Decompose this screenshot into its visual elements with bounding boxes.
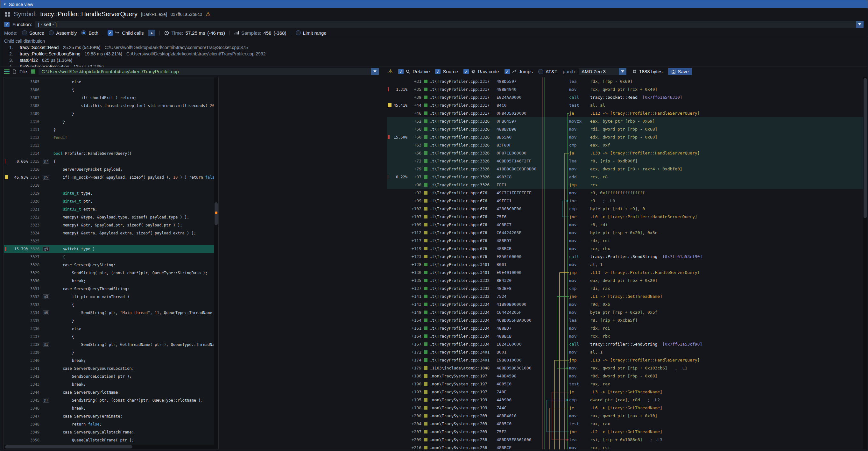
source-line-row[interactable]: 0.66%3315@7{ <box>4 157 214 165</box>
child-call-entry[interactable]: 4.KeSynchronizeExecution125 µs (0.27%) <box>4 63 864 66</box>
chevron-down-icon[interactable] <box>619 68 626 75</box>
asm-instruction-row[interactable]: +193…mon\TracySystem.cpp:197740Eje.L3 ->… <box>387 388 864 396</box>
asm-instruction-row[interactable]: 0.22%+87…t\TracyProfiler.cpp:33264903C8a… <box>387 173 864 181</box>
scrollbar-thumb[interactable] <box>864 78 867 218</box>
asm-instruction-row[interactable]: +46…t\TracyProfiler.cpp:33170F8435020000… <box>387 109 864 117</box>
asm-instruction-row[interactable]: +141…t\TracyProfiler.cpp:33327524jne.L1 … <box>387 292 864 300</box>
source-line-row[interactable]: 3332@3 if( ptr == m_mainThread ) <box>4 293 214 301</box>
source-vertical-scrollbar[interactable] <box>214 78 218 445</box>
source-line-row[interactable]: 3337 { <box>4 332 214 340</box>
asm-instruction-row[interactable]: +179…1103\include\atomic:1048488B05B63C1… <box>387 364 864 372</box>
source-line-row[interactable]: 3311} <box>4 125 214 133</box>
child-call-entry[interactable]: 2.tracy::Profiler::SendLongString19.88 m… <box>4 51 864 57</box>
source-line-row[interactable]: 3334@6 SendString( ptr, "Main thread", 1… <box>4 309 214 317</box>
source-horizontal-scrollbar[interactable] <box>4 445 214 449</box>
asm-instruction-row[interactable]: +204…mon\TracySystem.cpp:2034885C0testra… <box>387 420 864 428</box>
asm-instruction-row[interactable]: +149…t\TracyProfiler.cpp:3334C64424205Fm… <box>387 308 864 316</box>
source-line-row[interactable]: 3316 ServerQueryPacket payload; <box>4 165 214 173</box>
asm-instruction-row[interactable]: +164…t\TracyProfiler.cpp:3334488BCBmovrc… <box>387 332 864 340</box>
source-line-row[interactable]: 3323 memcpy( &ptr, &payload.ptr, sizeof(… <box>4 221 214 229</box>
asm-instruction-row[interactable]: +128…t\TracyProfiler.cpp:3401B001moval, … <box>387 261 864 269</box>
chevron-down-icon[interactable] <box>856 21 864 28</box>
asm-instruction-row[interactable]: +119…t\TracyProfiler.hpp:676488BCBmovrcx… <box>387 245 864 252</box>
source-line-row[interactable]: 15.79%3326@9 switch( type ) <box>4 245 214 253</box>
asm-instruction-row[interactable]: +209…mon\TracySystem.cpp:258488D35E88610… <box>387 436 864 444</box>
mode-radio-both[interactable]: Both <box>81 30 98 36</box>
chevron-down-icon[interactable] <box>371 68 379 75</box>
limit-range-toggle[interactable]: Limit range <box>296 30 327 36</box>
source-line-row[interactable]: 3347 case ServerQueryTerminate: <box>4 412 214 420</box>
source-line-row[interactable]: 46.93%3317@5 if( !m_sock->Read( &payload… <box>4 173 214 181</box>
att-toggle[interactable]: AT&T <box>538 69 557 74</box>
scrollbar-thumb[interactable] <box>5 445 132 448</box>
source-line-row[interactable]: 3324 memcpy( &extra, &payload.extra, siz… <box>4 229 214 237</box>
source-toggle[interactable]: ✓ Source <box>435 69 458 74</box>
source-line-row[interactable]: 3339 } <box>4 349 214 356</box>
titlebar[interactable]: ▼ Source view <box>0 0 868 8</box>
source-line-row[interactable]: 3305 else <box>4 78 214 86</box>
asm-instruction-row[interactable]: +186…mon\TracySystem.cpp:197448B4598movr… <box>387 372 864 380</box>
asm-instruction-row[interactable]: +39…t\TracyProfiler.cpp:3317E824AA0000ca… <box>387 93 864 101</box>
asm-instruction-row[interactable]: +200…mon\TracySystem.cpp:203488B4010movr… <box>387 412 864 420</box>
asm-instruction-row[interactable]: 1.31%+35…t\TracyProfiler.cpp:3317488B494… <box>387 85 864 93</box>
asm-instruction-row[interactable]: +135…t\TracyProfiler.cpp:33328B4320movea… <box>387 276 864 284</box>
source-line-row[interactable]: 3330 break; <box>4 277 214 285</box>
asm-vertical-scrollbar[interactable] <box>863 77 867 449</box>
source-line-row[interactable]: 3312#endif <box>4 133 214 142</box>
source-line-row[interactable]: 3349 case ServerQueryCallstackFrame: <box>4 428 214 436</box>
asm-instruction-row[interactable]: +195…mon\TracySystem.cpp:199443900cmpdwo… <box>387 396 864 404</box>
function-combo[interactable]: [ - self - ] <box>35 21 864 28</box>
asm-instruction-row[interactable]: 15.50%+60…t\TracyProfiler.cpp:33268B55A0… <box>387 133 864 141</box>
source-line-row[interactable]: 3322 memcpy( &type, &payload.type, sizeo… <box>4 213 214 221</box>
source-line-row[interactable]: 3344 case ServerQueryPlotName: <box>4 388 214 396</box>
child-call-entry[interactable]: 3.stat64i32625 µs (1.36%) <box>4 57 864 63</box>
source-line-row[interactable]: 3313 <box>4 142 214 149</box>
child-call-entry[interactable]: 1.tracy::Socket::Read25.25 ms (54.89%)C:… <box>4 44 864 51</box>
asm-instruction-row[interactable]: +112…t\TracyProfiler.hpp:676C64424205Emo… <box>387 229 864 237</box>
jump-to-caller-button[interactable]: ▲ <box>148 30 155 36</box>
asm-instruction-row[interactable]: +167…t\TracyProfiler.cpp:3334E824160000c… <box>387 340 864 348</box>
asm-instruction-row[interactable]: +161…t\TracyProfiler.cpp:3334488BD7movrd… <box>387 324 864 332</box>
asm-instruction-row[interactable]: +52…t\TracyProfiler.cpp:33260FB64597movz… <box>387 117 864 125</box>
asm-instruction-row[interactable]: +137…t\TracyProfiler.cpp:3332483BF8cmprd… <box>387 284 864 292</box>
uarch-combo[interactable]: AMD Zen 3 <box>578 68 627 75</box>
source-line-row[interactable]: 3308 std::this_thread::sleep_for( std::c… <box>4 101 214 110</box>
source-line-row[interactable]: 3314bool Profiler::HandleServerQuery() <box>4 149 214 157</box>
source-line-row[interactable]: 3319 uint8_t type; <box>4 189 214 197</box>
save-button[interactable]: Save <box>668 68 692 75</box>
source-line-row[interactable]: 3310 } <box>4 118 214 125</box>
source-line-row[interactable]: 3336 else <box>4 325 214 332</box>
source-line-row[interactable]: 3325 <box>4 237 214 245</box>
source-line-row[interactable]: 3329 SendString( ptr, (const char*)ptr, … <box>4 269 214 277</box>
source-line-row[interactable]: 3321 uint32_t extra; <box>4 205 214 213</box>
asm-instruction-row[interactable]: +117…t\TracyProfiler.hpp:676488BD7movrdx… <box>387 237 864 245</box>
file-list-icon[interactable] <box>4 68 9 74</box>
asm-instruction-row[interactable]: +207…mon\TracySystem.cpp:20375F2jne.L2 -… <box>387 428 864 436</box>
source-line-row[interactable]: 3318 <box>4 181 214 189</box>
source-line-row[interactable]: 3346 break; <box>4 404 214 412</box>
asm-instruction-row[interactable]: +198…mon\TracySystem.cpp:199744Cje.L6 ->… <box>387 404 864 412</box>
asm-instruction-row[interactable]: +174…t\TracyProfiler.cpp:3401E9B8010000j… <box>387 356 864 364</box>
source-line-row[interactable]: 3333 { <box>4 301 214 309</box>
att-radio-icon[interactable] <box>538 69 543 74</box>
relative-toggle[interactable]: ✓ Relative <box>398 69 430 74</box>
asm-instruction-row[interactable]: +92…t\TracyProfiler.hpp:67649C7C1FFFFFFF… <box>387 189 864 197</box>
file-combo[interactable]: C:\Users\wolf\Desktop\darkrl\contrib\tra… <box>38 68 379 75</box>
asm-instruction-row[interactable]: +56…t\TracyProfiler.cpp:3326488B7D98movr… <box>387 125 864 133</box>
jumps-toggle[interactable]: ✓ Jumps <box>504 69 533 74</box>
asm-instruction-row[interactable]: +63…t\TracyProfiler.cpp:332683F80Fcmpeax… <box>387 141 864 149</box>
limit-range-checkbox[interactable] <box>296 30 301 35</box>
asm-instruction-row[interactable]: +123…t\TracyProfiler.hpp:676E850160000ca… <box>387 252 864 261</box>
source-line-row[interactable]: 3338@1 SendString( ptr, GetThreadName( p… <box>4 340 214 349</box>
source-line-row[interactable]: 3340 break; <box>4 356 214 364</box>
source-line-row[interactable]: 3335 } <box>4 317 214 325</box>
asm-instruction-row[interactable]: +107…t\TracyProfiler.hpp:67675F6jne.L0 -… <box>387 213 864 221</box>
asm-instruction-row[interactable]: +90…t\TracyProfiler.cpp:3326FFE1jmprcx <box>387 181 864 189</box>
asm-instruction-row[interactable]: +143…t\TracyProfiler.cpp:333441B90B00000… <box>387 300 864 308</box>
source-line-row[interactable]: 3307 if( shouldExit ) return; <box>4 94 214 101</box>
child-calls-toggle[interactable]: ✓ Child calls <box>107 30 144 36</box>
asm-instruction-row[interactable]: +72…t\TracyProfiler.cpp:33264C8D05F146F2… <box>387 157 864 165</box>
asm-instruction-row[interactable]: +216…mon\TracySystem.cpp:258488BCEmovrcx… <box>387 444 864 449</box>
source-line-row[interactable]: 3345@1 SendString( ptr, (const char*)ptr… <box>4 396 214 404</box>
source-line-row[interactable]: 3342 SendSourceLocation( ptr ); <box>4 372 214 380</box>
